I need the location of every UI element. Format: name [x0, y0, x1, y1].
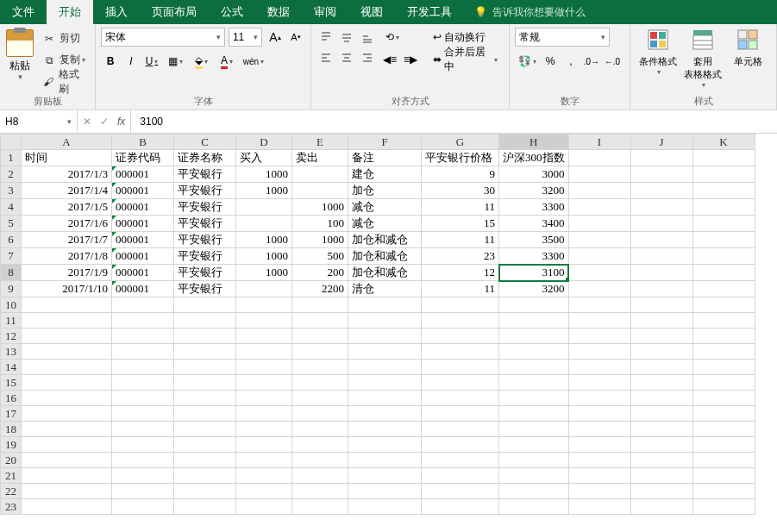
cell-C4[interactable]: 平安银行 [174, 199, 236, 216]
cell-H22[interactable] [499, 484, 569, 499]
col-header-J[interactable]: J [630, 135, 692, 150]
cell-H2[interactable]: 3000 [499, 166, 569, 183]
decrease-indent-button[interactable]: ◀≡ [380, 50, 399, 69]
row-header-12[interactable]: 12 [1, 329, 22, 344]
cell-A8[interactable]: 2017/1/9 [22, 265, 112, 281]
cell-D9[interactable] [236, 281, 292, 297]
cell-J9[interactable] [630, 281, 692, 297]
row-header-8[interactable]: 8 [1, 265, 22, 281]
cell-F17[interactable] [348, 406, 422, 422]
cell-G8[interactable]: 12 [422, 265, 499, 281]
cell-C9[interactable]: 平安银行 [174, 281, 236, 297]
cell-D4[interactable] [236, 199, 292, 216]
cell-H23[interactable] [499, 499, 569, 515]
cell-K19[interactable] [692, 437, 755, 453]
cell-B6[interactable]: 000001 [112, 232, 174, 248]
cell-B1[interactable]: 证券代码 [112, 150, 174, 166]
decrease-decimal-button[interactable]: ←.0 [603, 52, 622, 71]
cell-J6[interactable] [630, 232, 692, 248]
tell-me-search[interactable]: 💡 告诉我你想要做什么 [464, 5, 586, 20]
cell-C12[interactable] [174, 329, 236, 344]
cell-B22[interactable] [112, 484, 174, 499]
cell-I1[interactable] [568, 150, 630, 166]
cell-F23[interactable] [348, 499, 422, 515]
row-header-16[interactable]: 16 [1, 391, 22, 406]
cell-G16[interactable] [422, 391, 499, 406]
align-center-button[interactable] [337, 48, 356, 67]
cell-F14[interactable] [348, 360, 422, 375]
paste-button[interactable]: 粘贴 ▼ [5, 28, 34, 93]
cell-C19[interactable] [174, 437, 236, 453]
cell-E9[interactable]: 2200 [292, 281, 348, 297]
cell-E13[interactable] [292, 344, 348, 360]
cell-C22[interactable] [174, 484, 236, 499]
formula-input[interactable]: 3100 [131, 110, 777, 133]
cell-J1[interactable] [630, 150, 692, 166]
cell-F22[interactable] [348, 484, 422, 499]
col-header-F[interactable]: F [348, 135, 422, 150]
cell-I10[interactable] [568, 297, 630, 313]
col-header-B[interactable]: B [112, 135, 174, 150]
cell-F16[interactable] [348, 391, 422, 406]
cell-J4[interactable] [630, 199, 692, 216]
cell-I22[interactable] [568, 484, 630, 499]
cell-G3[interactable]: 30 [422, 183, 499, 199]
cell-J11[interactable] [630, 313, 692, 329]
row-header-14[interactable]: 14 [1, 360, 22, 375]
font-color-button[interactable]: A▾ [215, 52, 239, 71]
cell-F10[interactable] [348, 297, 422, 313]
cell-K22[interactable] [692, 484, 755, 499]
cell-B12[interactable] [112, 329, 174, 344]
cell-A4[interactable]: 2017/1/5 [22, 199, 112, 216]
tab-insert[interactable]: 插入 [93, 0, 140, 24]
cell-C7[interactable]: 平安银行 [174, 248, 236, 265]
cell-D23[interactable] [236, 499, 292, 515]
cell-A15[interactable] [22, 375, 112, 391]
cell-K12[interactable] [692, 329, 755, 344]
cell-D5[interactable] [236, 216, 292, 232]
col-header-G[interactable]: G [422, 135, 499, 150]
cell-G11[interactable] [422, 313, 499, 329]
cell-F19[interactable] [348, 437, 422, 453]
cell-K10[interactable] [692, 297, 755, 313]
row-header-11[interactable]: 11 [1, 313, 22, 329]
cell-J2[interactable] [630, 166, 692, 183]
cell-G14[interactable] [422, 360, 499, 375]
cell-A6[interactable]: 2017/1/7 [22, 232, 112, 248]
cell-D15[interactable] [236, 375, 292, 391]
cell-K13[interactable] [692, 344, 755, 360]
cell-E11[interactable] [292, 313, 348, 329]
cell-B3[interactable]: 000001 [112, 183, 174, 199]
cell-B5[interactable]: 000001 [112, 216, 174, 232]
cell-D12[interactable] [236, 329, 292, 344]
cell-E18[interactable] [292, 422, 348, 437]
cell-I15[interactable] [568, 375, 630, 391]
cell-G7[interactable]: 23 [422, 248, 499, 265]
col-header-I[interactable]: I [568, 135, 630, 150]
cell-A12[interactable] [22, 329, 112, 344]
cell-D3[interactable]: 1000 [236, 183, 292, 199]
select-all-corner[interactable] [1, 135, 22, 150]
font-size-combo[interactable]: 11▾ [229, 28, 262, 47]
tab-formulas[interactable]: 公式 [209, 0, 255, 24]
cell-G5[interactable]: 15 [422, 216, 499, 232]
cell-B11[interactable] [112, 313, 174, 329]
row-header-9[interactable]: 9 [1, 281, 22, 297]
cell-I14[interactable] [568, 360, 630, 375]
cell-H19[interactable] [499, 437, 569, 453]
cell-J7[interactable] [630, 248, 692, 265]
cell-F18[interactable] [348, 422, 422, 437]
cell-D1[interactable]: 买入 [236, 150, 292, 166]
cell-B13[interactable] [112, 344, 174, 360]
cell-D18[interactable] [236, 422, 292, 437]
cell-B14[interactable] [112, 360, 174, 375]
cell-A21[interactable] [22, 468, 112, 484]
font-name-combo[interactable]: 宋体▾ [101, 28, 225, 47]
merge-center-button[interactable]: ⬌ 合并后居中▾ [427, 50, 504, 69]
cell-J20[interactable] [630, 453, 692, 468]
cell-E19[interactable] [292, 437, 348, 453]
cell-A10[interactable] [22, 297, 112, 313]
cell-J22[interactable] [630, 484, 692, 499]
cell-A3[interactable]: 2017/1/4 [22, 183, 112, 199]
cell-H18[interactable] [499, 422, 569, 437]
